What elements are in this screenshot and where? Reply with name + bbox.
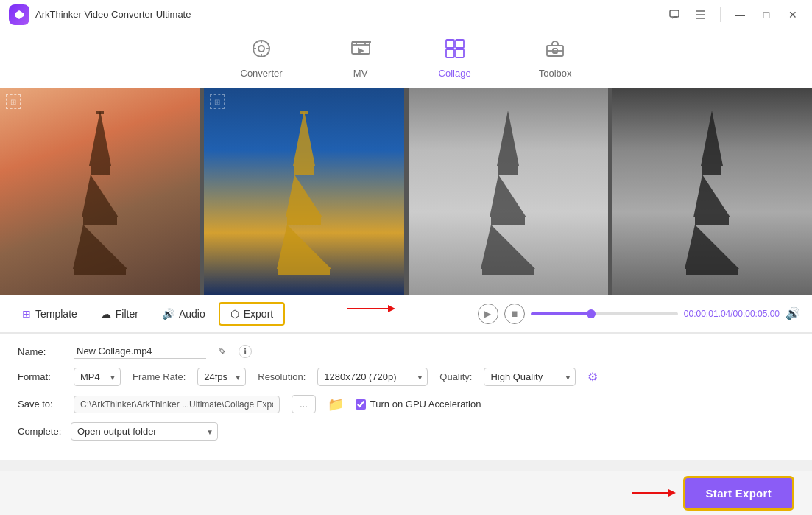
svg-rect-22 — [91, 166, 110, 175]
info-button[interactable]: ℹ — [239, 345, 252, 358]
name-row: Name: ✎ ℹ — [18, 344, 794, 359]
play-button[interactable]: ▶ — [478, 304, 498, 324]
progress-thumb[interactable] — [587, 309, 596, 318]
image-panel-4[interactable] — [612, 88, 812, 295]
framerate-select[interactable]: 24fps30fps60fps — [197, 368, 246, 386]
toolbar: ⊞ Template ☁ Filter 🔊 Audio ⬡ Export ▶ ⏹ — [0, 295, 812, 333]
svg-rect-14 — [446, 40, 454, 48]
export-label: Export — [244, 308, 273, 320]
time-display: 00:00:01.04/00:00:05.00 — [684, 309, 780, 319]
bottom-bar: Start Export — [0, 471, 812, 515]
audio-icon: 🔊 — [162, 308, 174, 320]
converter-icon — [251, 38, 272, 63]
svg-marker-43 — [693, 175, 730, 217]
resolution-select-wrapper: 1280x720 (720p)1920x1080 (1080p)3840x216… — [317, 368, 428, 386]
audio-label: Audio — [179, 308, 205, 320]
svg-rect-29 — [294, 166, 314, 175]
gpu-acceleration-checkbox[interactable] — [356, 399, 366, 410]
comment-button[interactable] — [664, 4, 685, 25]
svg-rect-38 — [491, 217, 525, 225]
resolution-select[interactable]: 1280x720 (720p)1920x1080 (1080p)3840x216… — [317, 368, 428, 386]
filter-label: Filter — [116, 308, 138, 320]
titlebar-separator — [720, 7, 721, 22]
filter-button[interactable]: ☁ Filter — [91, 304, 149, 324]
complete-label: Complete: — [18, 426, 62, 437]
nav-converter[interactable]: Converter — [229, 32, 294, 85]
saveto-input[interactable] — [74, 396, 280, 413]
audio-button[interactable]: 🔊 Audio — [152, 304, 216, 324]
time-current: 00:00:01.04 — [684, 309, 730, 319]
svg-marker-35 — [497, 111, 519, 166]
toolbox-icon — [545, 38, 565, 63]
quality-settings-button[interactable]: ⚙ — [587, 370, 598, 384]
framerate-label: Frame Rate: — [133, 371, 186, 382]
svg-rect-44 — [695, 217, 729, 225]
quality-select[interactable]: High QualityMedium QualityLow Quality — [484, 368, 576, 386]
complete-select-wrapper: Open output folder Do nothing Shut down … — [71, 422, 218, 441]
time-total: 00:00:05.00 — [733, 309, 780, 319]
open-folder-button[interactable]: 📁 — [328, 396, 344, 413]
image-panel-3[interactable] — [409, 88, 608, 295]
svg-rect-40 — [482, 269, 534, 275]
image-panel-2[interactable]: ⊞ — [204, 88, 403, 295]
close-button[interactable]: ✕ — [783, 4, 803, 25]
image-panel-1[interactable]: ⊞ — [0, 88, 200, 295]
maximize-button[interactable]: □ — [756, 4, 777, 25]
volume-button[interactable]: 🔊 — [785, 306, 800, 320]
image-grid: ⊞ ⊞ — [0, 88, 812, 295]
export-icon: ⬡ — [230, 308, 239, 320]
progress-slider[interactable] — [531, 312, 678, 315]
template-button[interactable]: ⊞ Template — [12, 304, 88, 324]
svg-rect-34 — [300, 111, 308, 114]
collage-icon — [445, 38, 465, 63]
saveto-row: Save to: ... 📁 Turn on GPU Acceleration — [18, 395, 794, 413]
svg-point-5 — [258, 46, 264, 52]
nav-converter-label: Converter — [241, 68, 283, 79]
svg-rect-27 — [96, 111, 104, 114]
svg-rect-17 — [456, 49, 464, 57]
nav-mv[interactable]: MV — [339, 32, 383, 85]
nav-toolbox-label: Toolbox — [539, 68, 572, 79]
svg-marker-28 — [293, 111, 315, 166]
framerate-select-wrapper: 24fps30fps60fps ▼ — [197, 368, 246, 386]
quality-select-wrapper: High QualityMedium QualityLow Quality ▼ — [484, 368, 576, 386]
mv-icon — [350, 38, 371, 63]
minimize-button[interactable]: — — [730, 4, 750, 25]
resolution-label: Resolution: — [258, 371, 306, 382]
svg-rect-16 — [446, 49, 454, 57]
svg-rect-26 — [74, 269, 126, 275]
gpu-acceleration-label[interactable]: Turn on GPU Acceleration — [356, 399, 481, 410]
format-select-wrapper: MP4MOVAVIMKV ▼ — [74, 368, 121, 386]
edit-name-button[interactable]: ✎ — [218, 346, 227, 357]
complete-select[interactable]: Open output folder Do nothing Shut down … — [71, 422, 218, 441]
svg-rect-33 — [278, 269, 330, 275]
app-logo — [9, 4, 29, 25]
complete-row: Complete: Open output folder Do nothing … — [18, 422, 794, 441]
menu-button[interactable] — [691, 4, 711, 25]
navbar: Converter MV — [0, 29, 812, 88]
browse-dots-button[interactable]: ... — [292, 395, 316, 413]
quality-label: Quality: — [439, 371, 472, 382]
svg-rect-31 — [287, 217, 321, 225]
nav-toolbox[interactable]: Toolbox — [527, 32, 584, 85]
svg-rect-36 — [498, 166, 518, 175]
svg-marker-23 — [82, 175, 119, 217]
svg-rect-42 — [702, 166, 721, 175]
svg-marker-39 — [481, 225, 535, 269]
svg-marker-45 — [685, 225, 739, 269]
gpu-acceleration-text: Turn on GPU Acceleration — [370, 399, 481, 410]
stop-button[interactable]: ⏹ — [504, 304, 525, 324]
app-title: ArkThinker Video Converter Ultimate — [35, 9, 664, 20]
filter-icon: ☁ — [101, 308, 111, 320]
export-button[interactable]: ⬡ Export — [219, 302, 285, 326]
template-label: Template — [35, 308, 77, 320]
svg-rect-46 — [686, 269, 738, 275]
name-input[interactable] — [74, 344, 206, 359]
format-label: Format: — [18, 371, 62, 382]
format-select[interactable]: MP4MOVAVIMKV — [74, 368, 121, 386]
svg-marker-25 — [73, 225, 127, 269]
format-row: Format: MP4MOVAVIMKV ▼ Frame Rate: 24fps… — [18, 368, 794, 386]
playback-controls: ▶ ⏹ 00:00:01.04/00:00:05.00 🔊 — [478, 304, 800, 324]
nav-collage[interactable]: Collage — [427, 32, 483, 85]
start-export-button[interactable]: Start Export — [683, 476, 794, 511]
